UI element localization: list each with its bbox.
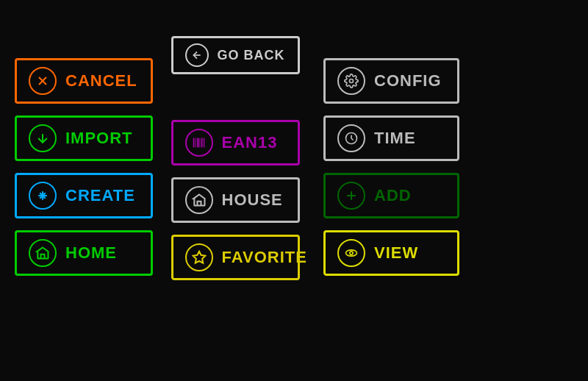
main-layout: CANCEL IMPORT CREATE <box>15 14 573 367</box>
view-icon <box>337 239 365 267</box>
add-label: ADD <box>374 186 412 205</box>
svg-rect-10 <box>197 138 198 148</box>
cancel-icon <box>29 67 57 95</box>
add-icon <box>337 182 365 210</box>
time-label: TIME <box>374 129 416 148</box>
goback-icon <box>185 43 209 67</box>
time-button[interactable]: TIME <box>323 115 459 161</box>
view-button[interactable]: VIEW <box>323 230 459 276</box>
view-label: VIEW <box>374 243 418 263</box>
house-icon <box>185 186 213 214</box>
svg-rect-13 <box>203 138 204 148</box>
center-column: GO BACK EAN13 <box>162 14 309 367</box>
ean13-icon <box>185 129 213 157</box>
ean13-button[interactable]: EAN13 <box>171 120 300 165</box>
import-label: IMPORT <box>65 129 133 148</box>
svg-marker-14 <box>193 252 205 263</box>
cancel-label: CANCEL <box>65 71 137 90</box>
home-button[interactable]: HOME <box>15 230 153 276</box>
favorite-label: FAVORITE <box>222 248 307 267</box>
svg-point-15 <box>350 79 354 83</box>
config-label: CONFIG <box>374 71 442 90</box>
svg-rect-9 <box>195 138 196 148</box>
import-button[interactable]: IMPORT <box>15 115 153 161</box>
svg-point-20 <box>350 252 353 254</box>
right-column: CONFIG TIME ADD <box>309 14 470 367</box>
home-label: HOME <box>65 243 117 263</box>
favorite-icon <box>185 243 213 271</box>
goback-button[interactable]: GO BACK <box>171 36 300 74</box>
config-icon <box>337 67 365 95</box>
import-icon <box>29 124 57 152</box>
favorite-button[interactable]: FAVORITE <box>171 235 300 280</box>
svg-rect-11 <box>199 138 200 148</box>
create-label: CREATE <box>65 186 135 205</box>
house-label: HOUSE <box>222 190 283 210</box>
create-button[interactable]: CREATE <box>15 173 153 218</box>
home-icon <box>29 239 57 267</box>
create-icon <box>29 182 57 210</box>
time-icon <box>337 124 365 152</box>
ean13-label: EAN13 <box>222 133 278 152</box>
svg-rect-8 <box>193 138 194 148</box>
left-column: CANCEL IMPORT CREATE <box>15 14 162 367</box>
add-button[interactable]: ADD <box>323 173 459 218</box>
goback-label: GO BACK <box>218 48 285 63</box>
cancel-button[interactable]: CANCEL <box>15 58 153 104</box>
house-button[interactable]: HOUSE <box>171 177 300 223</box>
svg-rect-12 <box>201 138 202 148</box>
config-button[interactable]: CONFIG <box>323 58 459 104</box>
